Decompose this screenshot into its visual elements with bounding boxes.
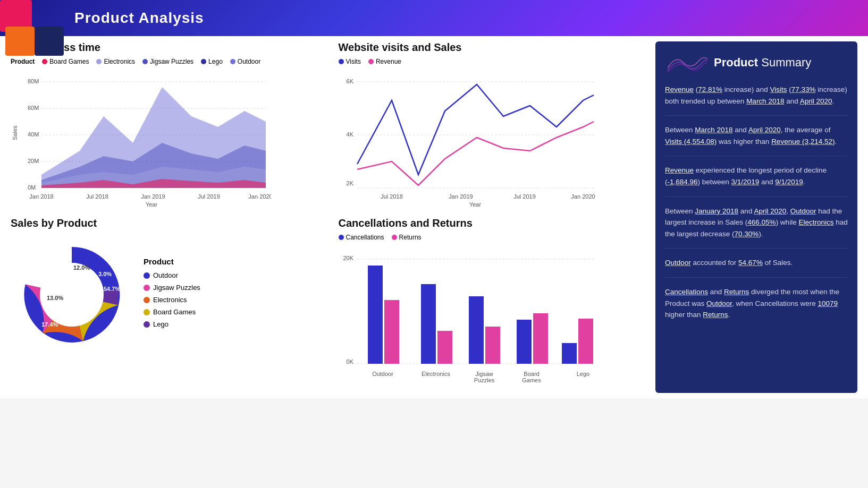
cancellations-svg: 20K 0K bbox=[339, 244, 599, 382]
x-axis-title-visits: Year bbox=[469, 201, 481, 207]
link-70[interactable]: 70.30% bbox=[735, 230, 759, 238]
x-jigsaw-c2: Puzzles bbox=[474, 377, 494, 382]
charts-area: Sales across time Product Board Games El… bbox=[11, 41, 655, 393]
link-decline[interactable]: -1,684.96 bbox=[668, 178, 698, 186]
website-visits-title: Website visits and Sales bbox=[339, 41, 651, 54]
legend-revenue-label: Revenue bbox=[376, 58, 401, 65]
link-returns-2[interactable]: Returns bbox=[703, 311, 728, 319]
summary-panel: Product Summary Revenue (72.81% increase… bbox=[655, 41, 857, 393]
legend-jigsaw: Jigsaw Puzzles bbox=[142, 58, 193, 65]
y-80m: 80M bbox=[28, 78, 39, 84]
y-20m: 20M bbox=[28, 158, 39, 164]
link-revenue-avg[interactable]: Revenue (3,214.52) bbox=[771, 138, 835, 145]
legend-electronics-donut: Electronics bbox=[144, 296, 200, 304]
x-jan2018: Jan 2018 bbox=[29, 193, 53, 200]
jigsaw-returns-bar bbox=[485, 327, 500, 364]
sales-by-product-title: Sales by Product bbox=[11, 217, 323, 229]
x-jan2020-v: Jan 2020 bbox=[571, 193, 595, 200]
visits-dot bbox=[339, 59, 344, 64]
outdoor-legend-label: Outdoor bbox=[153, 271, 178, 279]
legend-visits: Visits bbox=[339, 58, 361, 65]
lego-legend-label: Lego bbox=[153, 320, 168, 328]
link-72[interactable]: 72.81% bbox=[698, 85, 722, 93]
cancellations-title: Cancellations and Returns bbox=[339, 217, 651, 229]
outdoor-cancel-bar bbox=[368, 266, 383, 364]
link-apr2020-3[interactable]: April 2020 bbox=[754, 207, 786, 215]
electronics-legend-label: Electronics bbox=[153, 296, 187, 304]
revenue-line bbox=[357, 122, 594, 185]
y-60m: 60M bbox=[28, 105, 39, 111]
summary-header: Product Summary bbox=[665, 52, 848, 73]
y-0m: 0M bbox=[28, 184, 36, 191]
y-0k: 0K bbox=[346, 358, 353, 365]
link-outdoor-3[interactable]: Outdoor bbox=[706, 299, 732, 307]
x-jul2018: Jul 2018 bbox=[86, 193, 108, 200]
legend-electronics-label: Electronics bbox=[104, 58, 135, 65]
board-returns-bar bbox=[533, 313, 548, 364]
link-mar2018[interactable]: March 2018 bbox=[746, 97, 784, 105]
x-jul2018-v: Jul 2018 bbox=[381, 193, 403, 200]
link-77[interactable]: 77.33% bbox=[791, 85, 816, 93]
summary-title-text: Summary bbox=[761, 56, 811, 69]
link-apr2020[interactable]: April 2020 bbox=[800, 97, 832, 105]
x-jan2019-v: Jan 2019 bbox=[449, 193, 473, 200]
link-visits-avg[interactable]: Visits (4,554.08) bbox=[665, 138, 717, 145]
legend-cancellations: Cancellations bbox=[339, 234, 384, 241]
link-revenue-1[interactable]: Revenue bbox=[665, 166, 694, 174]
link-date1[interactable]: 3/1/2019 bbox=[731, 178, 760, 186]
lego-returns-bar bbox=[578, 319, 593, 364]
main-content: Sales across time Product Board Games El… bbox=[0, 36, 868, 398]
board-cancel-bar bbox=[517, 320, 532, 364]
donut-svg: 54.7% 17.4% 13.0% 12.0% 3.0% bbox=[11, 234, 133, 356]
y-6k: 6K bbox=[346, 78, 353, 84]
link-outdoor-2[interactable]: Outdoor bbox=[665, 259, 691, 267]
link-visits-0[interactable]: Visits bbox=[770, 85, 787, 93]
legend-lego-label: Lego bbox=[208, 58, 223, 65]
sales-area-svg: 80M 60M 40M 20M 0M Sales bbox=[11, 69, 271, 207]
x-jul2019: Jul 2019 bbox=[198, 193, 220, 200]
x-board-c: Board bbox=[524, 371, 539, 377]
link-outdoor-1[interactable]: Outdoor bbox=[790, 207, 816, 215]
electronics-cancel-bar bbox=[421, 284, 436, 364]
link-revenue-0[interactable]: Revenue bbox=[665, 85, 694, 93]
summary-title: Product Summary bbox=[714, 56, 811, 70]
link-jan2018[interactable]: January 2018 bbox=[695, 207, 738, 215]
link-10079[interactable]: 10079 bbox=[818, 299, 838, 307]
logo-orange bbox=[5, 27, 35, 56]
y-axis-title: Sales bbox=[12, 125, 18, 140]
summary-p3: Between January 2018 and April 2020, Out… bbox=[665, 206, 848, 249]
lego-cancel-bar bbox=[562, 343, 577, 364]
cancellations-label: Cancellations bbox=[346, 234, 384, 241]
x-jan2019: Jan 2019 bbox=[141, 193, 165, 200]
y-4k: 4K bbox=[346, 131, 353, 138]
link-466[interactable]: 466.05% bbox=[747, 218, 776, 226]
link-mar2018-2[interactable]: March 2018 bbox=[695, 126, 732, 134]
y-20k: 20K bbox=[343, 255, 353, 261]
y-2k: 2K bbox=[346, 180, 353, 186]
link-cancellations[interactable]: Cancellations bbox=[665, 288, 708, 296]
revenue-dot bbox=[368, 59, 374, 64]
x-jan2020: Jan 2020 bbox=[248, 193, 271, 200]
page-title: Product Analysis bbox=[74, 10, 204, 27]
jigsaw-legend-dot bbox=[144, 285, 150, 291]
legend-electronics: Electronics bbox=[96, 58, 135, 65]
link-apr2020-2[interactable]: April 2020 bbox=[748, 126, 781, 134]
donut-legend: Product Outdoor Jigsaw Puzzles Electroni… bbox=[144, 257, 200, 332]
legend-board-donut: Board Games bbox=[144, 308, 200, 316]
donut-group bbox=[24, 247, 120, 343]
board-legend-label: Board Games bbox=[153, 308, 196, 316]
legend-lego-donut: Lego bbox=[144, 320, 200, 328]
link-electronics-1[interactable]: Electronics bbox=[798, 218, 833, 226]
link-5467[interactable]: 54.67% bbox=[738, 259, 763, 267]
link-returns[interactable]: Returns bbox=[724, 288, 749, 296]
header: Product Analysis bbox=[0, 0, 868, 36]
outdoor-legend-dot bbox=[144, 272, 150, 279]
summary-p2: Revenue experienced the longest period o… bbox=[665, 165, 848, 196]
cancellations-chart: Cancellations and Returns Cancellations … bbox=[339, 217, 651, 382]
legend-jigsaw-donut: Jigsaw Puzzles bbox=[144, 284, 200, 292]
donut-area: 54.7% 17.4% 13.0% 12.0% 3.0% Product Out… bbox=[11, 234, 323, 356]
electronics-dot bbox=[96, 59, 102, 64]
donut-legend-title: Product bbox=[144, 257, 200, 266]
logo-area bbox=[0, 0, 69, 69]
link-date2[interactable]: 9/1/2019 bbox=[775, 178, 803, 186]
